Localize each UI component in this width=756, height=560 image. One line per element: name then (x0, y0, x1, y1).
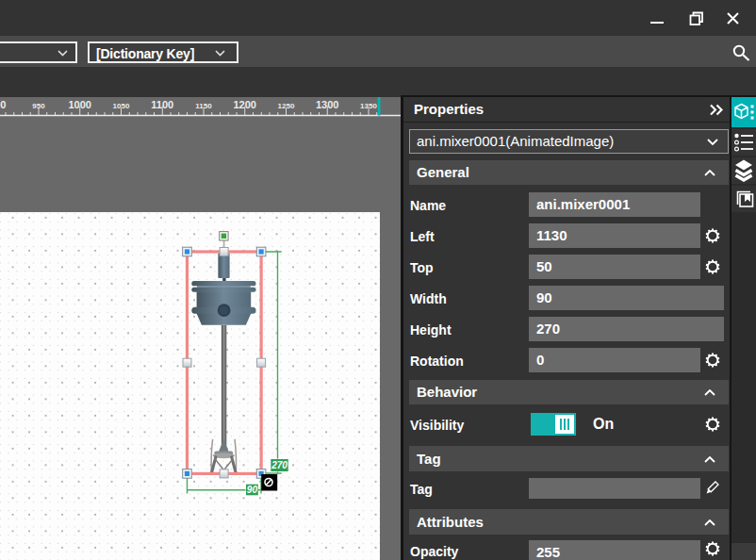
svg-text:1100: 1100 (151, 99, 173, 110)
svg-text:1150: 1150 (195, 102, 212, 110)
svg-text:1350: 1350 (360, 102, 377, 110)
svg-text:950: 950 (32, 102, 45, 110)
svg-text:1300: 1300 (316, 99, 338, 110)
svg-text:900: 900 (0, 99, 6, 110)
svg-text:270: 270 (271, 460, 288, 470)
svg-text:90: 90 (247, 485, 258, 495)
svg-text:1250: 1250 (278, 102, 295, 110)
svg-text:1000: 1000 (69, 99, 91, 110)
svg-text:1200: 1200 (234, 99, 256, 110)
svg-text:1050: 1050 (113, 102, 130, 110)
